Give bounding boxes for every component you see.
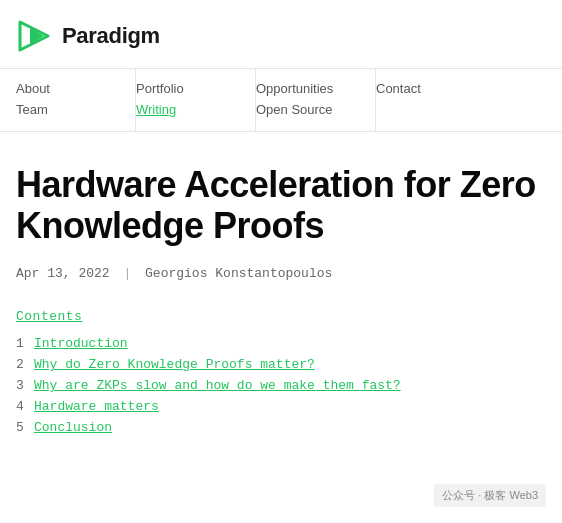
- contents-label: Contents: [16, 309, 546, 324]
- nav-group-1: PortfolioWriting: [136, 69, 256, 131]
- toc-item: 1Introduction: [16, 336, 546, 351]
- toc-item: 2Why do Zero Knowledge Proofs matter?: [16, 357, 546, 372]
- article-title: Hardware Acceleration for Zero Knowledge…: [16, 164, 546, 247]
- nav-item-team[interactable]: Team: [16, 100, 111, 121]
- toc-list: 1Introduction2Why do Zero Knowledge Proo…: [16, 336, 546, 435]
- nav-group-2: OpportunitiesOpen Source: [256, 69, 376, 131]
- toc-number: 1: [16, 336, 34, 351]
- meta-separator: |: [123, 266, 131, 281]
- toc-item: 5Conclusion: [16, 420, 546, 435]
- toc-link-5[interactable]: Conclusion: [34, 420, 112, 435]
- toc-link-3[interactable]: Why are ZKPs slow and how do we make the…: [34, 378, 401, 393]
- watermark: 公众号 · 极客 Web3: [434, 484, 546, 507]
- nav-item-writing[interactable]: Writing: [136, 100, 231, 121]
- toc-item: 4Hardware matters: [16, 399, 546, 414]
- toc-link-2[interactable]: Why do Zero Knowledge Proofs matter?: [34, 357, 315, 372]
- toc-number: 4: [16, 399, 34, 414]
- main-nav: AboutTeamPortfolioWritingOpportunitiesOp…: [0, 69, 562, 132]
- header: Paradigm: [0, 0, 562, 69]
- main-content: Hardware Acceleration for Zero Knowledge…: [0, 132, 562, 466]
- toc-number: 5: [16, 420, 34, 435]
- nav-item-open-source[interactable]: Open Source: [256, 100, 351, 121]
- article-date: Apr 13, 2022: [16, 266, 110, 281]
- nav-item-opportunities[interactable]: Opportunities: [256, 79, 351, 100]
- nav-group-3: Contact: [376, 69, 496, 131]
- article-author: Georgios Konstantopoulos: [145, 266, 332, 281]
- toc-number: 2: [16, 357, 34, 372]
- toc-item: 3Why are ZKPs slow and how do we make th…: [16, 378, 546, 393]
- nav-item-contact[interactable]: Contact: [376, 79, 472, 100]
- nav-item-about[interactable]: About: [16, 79, 111, 100]
- logo-text: Paradigm: [62, 23, 160, 49]
- article-meta: Apr 13, 2022 | Georgios Konstantopoulos: [16, 266, 546, 281]
- toc-link-4[interactable]: Hardware matters: [34, 399, 159, 414]
- nav-group-0: AboutTeam: [16, 69, 136, 131]
- toc-number: 3: [16, 378, 34, 393]
- paradigm-logo-icon[interactable]: [16, 18, 52, 54]
- nav-item-portfolio[interactable]: Portfolio: [136, 79, 231, 100]
- toc-link-1[interactable]: Introduction: [34, 336, 128, 351]
